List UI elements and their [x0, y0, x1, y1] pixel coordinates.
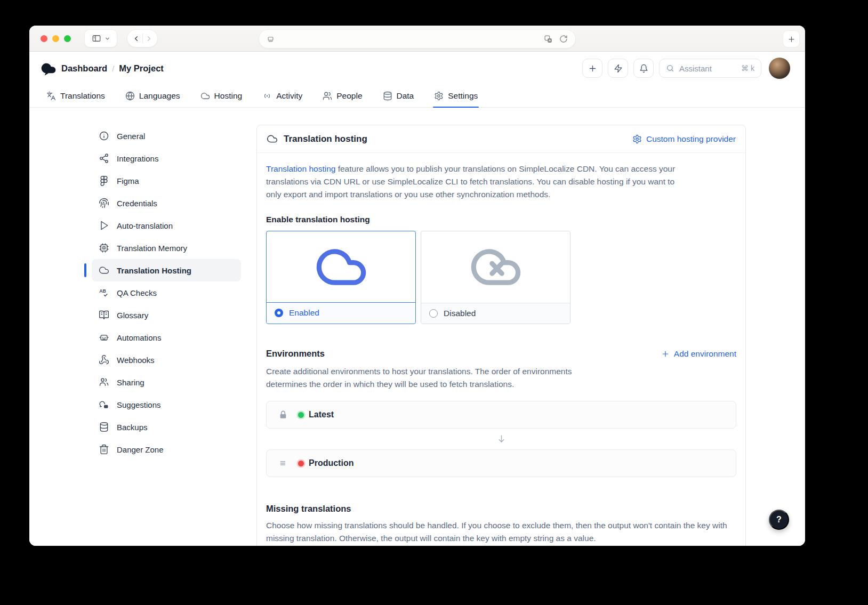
sidebar-item-auto-translation[interactable]: Auto-translation — [92, 214, 241, 237]
info-icon — [99, 131, 109, 141]
sidebar-item-credentials[interactable]: Credentials — [92, 192, 241, 214]
sidebar-item-webhooks[interactable]: Webhooks — [92, 349, 241, 371]
search-icon — [666, 64, 674, 72]
sidebar-item-backups[interactable]: Backups — [92, 416, 241, 438]
sidebar-item-general[interactable]: General — [92, 125, 241, 147]
cloud-icon — [99, 265, 109, 276]
spellcheck-icon: AB — [99, 287, 109, 298]
cloud-disabled-icon — [463, 240, 528, 294]
breadcrumb-project[interactable]: My Project — [119, 63, 163, 74]
drag-handle-icon[interactable] — [278, 459, 288, 467]
arrow-down-icon — [496, 434, 507, 444]
breadcrumb-dashboard[interactable]: Dashboard — [61, 63, 107, 74]
history-nav — [127, 29, 158, 47]
environment-row-latest[interactable]: Latest — [266, 401, 736, 429]
sidebar-item-integrations[interactable]: Integrations — [92, 147, 241, 170]
environments-title: Environments — [266, 349, 325, 359]
reload-icon[interactable] — [559, 35, 568, 43]
sidebar-toggle-button[interactable] — [84, 29, 117, 47]
address-bar[interactable] — [259, 29, 576, 49]
radio-icon — [262, 91, 272, 101]
database-icon — [383, 91, 392, 101]
assistant-placeholder: Assistant — [679, 64, 712, 73]
browser-window: Dashboard / My Project Assistant ⌘ k — [29, 26, 805, 546]
page-icon — [267, 35, 275, 43]
sidebar-item-danger-zone[interactable]: Danger Zone — [92, 438, 241, 461]
notifications-button[interactable] — [633, 59, 654, 78]
hosting-description: Translation hosting feature allows you t… — [266, 163, 683, 201]
translate-icon[interactable] — [544, 35, 553, 44]
cloud-icon — [267, 133, 278, 144]
sidebar-item-translation-hosting[interactable]: Translation Hosting — [92, 259, 241, 281]
forward-button[interactable] — [145, 35, 153, 43]
new-tab-button[interactable] — [783, 30, 800, 47]
webhook-icon — [99, 354, 109, 365]
cloud-icon — [200, 91, 210, 101]
breadcrumb-separator: / — [112, 64, 114, 73]
app-root: Dashboard / My Project Assistant ⌘ k — [29, 52, 805, 546]
radio-disabled[interactable] — [429, 309, 438, 318]
help-button[interactable]: ? — [769, 510, 789, 530]
option-disabled[interactable]: Disabled — [421, 231, 570, 324]
chevron-down-icon — [105, 36, 110, 42]
gear-icon — [434, 91, 444, 101]
tab-people[interactable]: People — [322, 85, 363, 107]
browser-toolbar — [29, 26, 805, 52]
cpu-icon — [99, 243, 109, 253]
window-controls — [41, 35, 71, 42]
users-icon — [323, 91, 332, 101]
user-avatar[interactable] — [769, 58, 790, 79]
main-tabs: Translations Languages Hosting Activity … — [29, 85, 805, 108]
trash-icon — [99, 444, 109, 455]
enable-hosting-label: Enable translation hosting — [266, 215, 736, 224]
sidebar-item-automations[interactable]: Automations — [92, 326, 241, 349]
custom-hosting-provider-link[interactable]: Custom hosting provider — [632, 134, 736, 144]
settings-sidebar: General Integrations Figma Credentials A… — [92, 125, 241, 546]
production-status-dot — [298, 461, 304, 466]
sidebar-item-qa-checks[interactable]: AB QA Checks — [92, 281, 241, 304]
sidebar-item-sharing[interactable]: Sharing — [92, 371, 241, 393]
tab-data[interactable]: Data — [382, 85, 415, 107]
assistant-search-input[interactable]: Assistant ⌘ k — [659, 59, 761, 78]
missing-translations-title: Missing translations — [266, 504, 736, 514]
fingerprint-icon — [99, 198, 109, 208]
database-icon — [99, 422, 109, 432]
assistant-shortcut: ⌘ k — [741, 64, 754, 72]
add-environment-link[interactable]: Add environment — [661, 349, 736, 359]
quick-actions-button[interactable] — [608, 59, 628, 78]
sidebar-item-translation-memory[interactable]: Translation Memory — [92, 237, 241, 259]
close-window-button[interactable] — [41, 35, 47, 42]
zoom-window-button[interactable] — [64, 35, 71, 42]
sidebar-item-figma[interactable]: Figma — [92, 170, 241, 192]
card-title: Translation hosting — [284, 134, 367, 144]
breadcrumb: Dashboard / My Project — [61, 63, 164, 74]
missing-translations-description: Choose how missing translations should b… — [266, 519, 742, 545]
app-logo-cloud-icon[interactable] — [40, 60, 57, 77]
share-icon — [99, 153, 109, 164]
play-icon — [99, 220, 109, 231]
svg-text:AB: AB — [99, 288, 106, 294]
environment-row-production[interactable]: Production — [266, 449, 736, 477]
tab-settings[interactable]: Settings — [433, 85, 479, 107]
app-header: Dashboard / My Project Assistant ⌘ k — [29, 52, 805, 85]
environments-description: Create additional environments to host y… — [266, 365, 599, 391]
minimize-window-button[interactable] — [52, 35, 59, 42]
sidebar-item-glossary[interactable]: Glossary — [92, 304, 241, 326]
sidebar-item-suggestions[interactable]: Suggestions — [92, 393, 241, 416]
figma-icon — [99, 175, 109, 186]
tab-activity[interactable]: Activity — [261, 85, 303, 107]
message-suggestion-icon — [99, 399, 109, 410]
tab-translations[interactable]: Translations — [45, 85, 106, 107]
tab-languages[interactable]: Languages — [124, 85, 181, 107]
translation-hosting-card: Translation hosting Custom hosting provi… — [256, 125, 746, 546]
bell-icon — [639, 64, 648, 73]
radio-enabled[interactable] — [275, 309, 283, 317]
option-enabled[interactable]: Enabled — [266, 231, 416, 324]
tab-hosting[interactable]: Hosting — [199, 85, 244, 107]
plus-icon — [661, 350, 670, 358]
add-button[interactable] — [582, 59, 602, 78]
cloud-enabled-icon — [309, 240, 374, 294]
translation-hosting-link[interactable]: Translation hosting — [266, 164, 335, 173]
latest-status-dot — [298, 412, 304, 418]
back-button[interactable] — [132, 35, 140, 43]
